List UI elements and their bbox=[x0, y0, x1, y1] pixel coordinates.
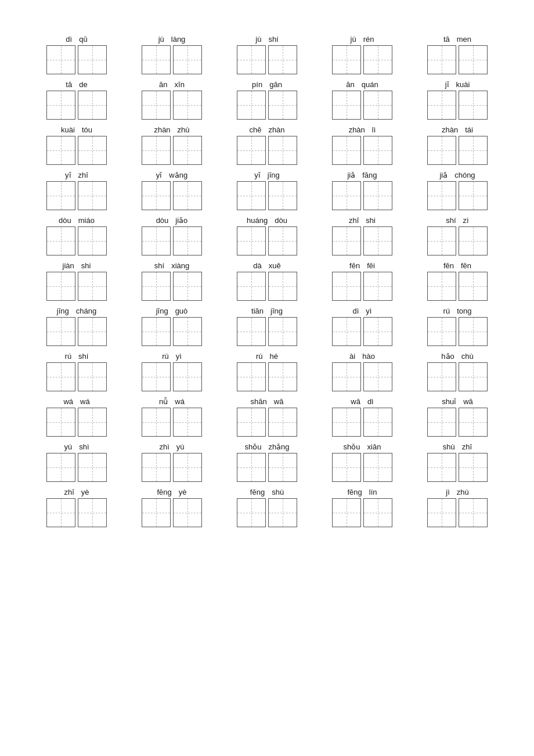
char-box-5-1-1 bbox=[173, 272, 202, 301]
word-labels-9-4: shùzhī bbox=[427, 442, 488, 451]
word-labels-0-4: tāmen bbox=[427, 35, 488, 44]
dashed-v-0-3-1 bbox=[378, 46, 378, 74]
word-labels-7-4: hǎochù bbox=[427, 352, 488, 361]
dashed-v-8-3-1 bbox=[378, 408, 378, 436]
char-box-10-0-0 bbox=[46, 498, 75, 527]
word-boxes-9-0 bbox=[46, 453, 107, 482]
char-box-5-3-0 bbox=[332, 272, 361, 301]
word-label-0-1-1: làng bbox=[171, 35, 186, 44]
word-boxes-4-4 bbox=[427, 226, 488, 255]
char-box-1-0-1 bbox=[78, 91, 107, 120]
word-label-5-3-1: fēi bbox=[367, 261, 375, 270]
word-label-6-0-1: cháng bbox=[76, 307, 96, 315]
char-box-7-1-1 bbox=[173, 362, 202, 391]
char-box-0-2-0 bbox=[237, 45, 266, 74]
word-boxes-0-0 bbox=[46, 45, 107, 74]
char-box-7-4-0 bbox=[427, 362, 456, 391]
char-box-8-3-1 bbox=[363, 408, 392, 437]
dashed-v-6-3-1 bbox=[378, 318, 378, 345]
dashed-v-6-4-0 bbox=[442, 318, 442, 345]
dashed-v-10-1-1 bbox=[187, 499, 188, 527]
word-group-3-3: jiǎfāng bbox=[332, 171, 392, 210]
word-label-1-4-1: kuài bbox=[456, 80, 470, 89]
char-box-1-0-0 bbox=[46, 91, 75, 120]
word-labels-5-2: dàxuě bbox=[237, 261, 297, 270]
char-box-6-1-1 bbox=[173, 317, 202, 346]
word-boxes-1-4 bbox=[427, 91, 488, 120]
word-label-6-3-1: yì bbox=[366, 307, 371, 315]
dashed-v-4-3-1 bbox=[378, 227, 378, 255]
word-label-8-3-0: wā bbox=[351, 397, 360, 406]
word-label-8-3-1: dì bbox=[367, 397, 374, 406]
word-group-6-4: rútong bbox=[427, 307, 488, 346]
word-group-4-4: shízì bbox=[427, 216, 488, 255]
word-label-2-1-0: zhàn bbox=[154, 125, 170, 134]
char-box-8-0-0 bbox=[46, 408, 75, 437]
word-label-10-0-0: zhī bbox=[64, 488, 74, 496]
dashed-v-5-1-0 bbox=[156, 272, 157, 300]
char-box-10-3-1 bbox=[363, 498, 392, 527]
word-group-10-4: jìzhù bbox=[427, 488, 488, 527]
char-box-7-3-0 bbox=[332, 362, 361, 391]
dashed-v-2-4-1 bbox=[473, 136, 474, 164]
word-group-9-3: shǒuxiān bbox=[332, 442, 392, 482]
word-label-0-3-1: rén bbox=[363, 35, 374, 44]
word-label-0-4-1: men bbox=[457, 35, 471, 44]
word-label-2-4-1: tái bbox=[465, 125, 473, 134]
dashed-v-7-3-0 bbox=[347, 363, 347, 391]
dashed-v-2-0-0 bbox=[61, 136, 62, 164]
char-box-7-1-0 bbox=[142, 362, 171, 391]
dashed-v-0-0-0 bbox=[61, 46, 62, 74]
word-labels-1-3: ānquán bbox=[332, 80, 392, 89]
dashed-v-1-2-1 bbox=[283, 91, 283, 119]
word-boxes-6-2 bbox=[237, 317, 297, 346]
word-label-6-0-0: jīng bbox=[57, 307, 69, 315]
dashed-v-6-0-1 bbox=[92, 318, 93, 345]
dashed-v-10-2-1 bbox=[283, 499, 283, 527]
word-label-7-0-0: rú bbox=[65, 352, 72, 361]
dashed-v-8-3-0 bbox=[347, 408, 347, 436]
char-box-5-0-1 bbox=[78, 272, 107, 301]
word-boxes-6-4 bbox=[427, 317, 488, 346]
word-group-4-3: zhīshi bbox=[332, 216, 392, 255]
word-boxes-2-1 bbox=[142, 136, 202, 165]
content-row-9: yúshìzhìyúshǒuzhǎngshǒuxiānshùzhī bbox=[46, 442, 488, 482]
dashed-v-10-0-1 bbox=[92, 499, 93, 527]
word-group-5-3: fēnfēi bbox=[332, 261, 392, 301]
char-box-5-2-1 bbox=[268, 272, 297, 301]
word-group-0-1: jùlàng bbox=[142, 35, 202, 74]
word-label-7-0-1: shí bbox=[78, 352, 88, 361]
word-group-1-0: tāde bbox=[46, 80, 107, 120]
word-label-7-4-1: chù bbox=[461, 352, 474, 361]
word-labels-4-4: shízì bbox=[427, 216, 488, 225]
word-label-2-2-1: zhàn bbox=[268, 125, 284, 134]
char-box-1-1-0 bbox=[142, 91, 171, 120]
word-label-0-1-0: jù bbox=[158, 35, 164, 44]
word-group-5-1: shíxiàng bbox=[142, 261, 202, 301]
word-boxes-2-3 bbox=[332, 136, 392, 165]
word-labels-3-2: yǐjīng bbox=[237, 171, 297, 179]
dashed-v-4-2-0 bbox=[251, 227, 252, 255]
word-group-8-1: nǚwá bbox=[142, 397, 202, 437]
dashed-v-5-2-1 bbox=[283, 272, 283, 300]
char-box-2-4-1 bbox=[459, 136, 488, 165]
word-group-5-2: dàxuě bbox=[237, 261, 297, 301]
word-labels-9-0: yúshì bbox=[46, 442, 107, 451]
word-boxes-3-0 bbox=[46, 181, 107, 210]
dashed-v-3-2-0 bbox=[251, 182, 252, 210]
word-label-3-2-1: jīng bbox=[268, 171, 280, 179]
word-labels-2-4: zhàntái bbox=[427, 125, 488, 134]
word-label-7-2-1: hé bbox=[270, 352, 278, 361]
dashed-v-7-4-1 bbox=[473, 363, 474, 391]
char-box-2-1-1 bbox=[173, 136, 202, 165]
word-label-9-2-1: zhǎng bbox=[268, 442, 289, 451]
word-labels-7-3: àihào bbox=[332, 352, 392, 361]
dashed-v-0-4-0 bbox=[442, 46, 442, 74]
word-boxes-7-0 bbox=[46, 362, 107, 391]
word-labels-9-2: shǒuzhǎng bbox=[237, 442, 297, 451]
word-group-4-1: dòujiǎo bbox=[142, 216, 202, 255]
word-label-8-4-1: wā bbox=[463, 397, 473, 406]
word-label-0-0-0: dì bbox=[66, 35, 72, 44]
char-box-5-1-0 bbox=[142, 272, 171, 301]
char-box-1-2-1 bbox=[268, 91, 297, 120]
